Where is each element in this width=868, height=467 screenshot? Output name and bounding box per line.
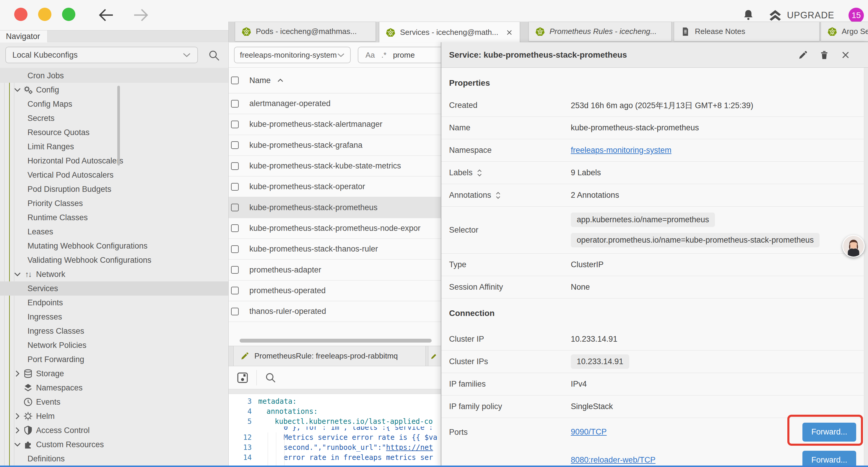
sidebar-item-network-policies[interactable]: Network Policies xyxy=(0,338,228,352)
port-link[interactable]: 8080:reloader-web/TCP xyxy=(571,456,656,465)
sidebar-item-namespaces[interactable]: Namespaces xyxy=(0,381,228,395)
save-button[interactable] xyxy=(236,372,249,384)
chevron-right-icon[interactable] xyxy=(13,426,22,435)
sidebar-item-horizontal-pod-autoscalers[interactable]: Horizontal Pod Autoscalers xyxy=(0,154,228,168)
sidebar-scrollbar[interactable] xyxy=(117,86,120,166)
editor-search-button[interactable] xyxy=(265,372,277,384)
table-row[interactable]: kube-prometheus-stack-operator xyxy=(229,176,441,197)
select-all-checkbox[interactable] xyxy=(231,77,239,84)
navigator-tab[interactable]: Navigator xyxy=(0,30,48,42)
sidebar-item-cron-jobs[interactable]: Cron Jobs xyxy=(0,68,228,83)
list-horizontal-scrollbar[interactable] xyxy=(240,339,432,343)
sidebar-search-icon[interactable] xyxy=(208,49,220,61)
row-checkbox[interactable] xyxy=(231,162,239,170)
chevron-down-icon[interactable] xyxy=(13,440,22,449)
code-segment[interactable]: https://net xyxy=(386,443,433,451)
table-row[interactable]: kube-prometheus-stack-thanos-ruler xyxy=(229,239,441,260)
sidebar-item-port-forwarding[interactable]: Port Forwarding xyxy=(0,352,228,367)
chevron-right-icon[interactable] xyxy=(13,369,22,378)
table-row[interactable]: prometheus-operated xyxy=(229,281,441,301)
edit-service-button[interactable] xyxy=(798,50,808,60)
sidebar-item-resource-quotas[interactable]: Resource Quotas xyxy=(0,125,228,140)
doc-tab[interactable]: Prometheus Rules - icecheng... xyxy=(529,22,672,41)
name-column-header[interactable]: Name xyxy=(249,76,271,85)
notification-count-badge[interactable]: 15 xyxy=(848,8,864,23)
floating-avatar[interactable] xyxy=(842,235,865,258)
sidebar-item-access-control[interactable]: Access Control xyxy=(0,423,228,437)
namespace-filter-select[interactable]: freeleaps-monitoring-system xyxy=(234,47,351,63)
close-window-button[interactable] xyxy=(14,8,28,21)
forward-button[interactable]: Forward... xyxy=(802,423,856,442)
forward-button[interactable] xyxy=(132,6,150,24)
table-row[interactable]: kube-prometheus-stack-prometheus-node-ex… xyxy=(229,218,441,239)
list-search-input[interactable]: Aa .* prome xyxy=(358,47,441,63)
table-row[interactable]: alertmanager-operated xyxy=(229,93,441,114)
chevron-down-icon[interactable] xyxy=(13,270,22,279)
yaml-editor[interactable]: 3metadata:4annotations:5kubectl.kubernet… xyxy=(229,394,441,467)
doc-tab[interactable]: Pods - icecheng@mathmas... xyxy=(235,22,376,41)
sidebar-item-endpoints[interactable]: Endpoints xyxy=(0,296,228,310)
delete-service-button[interactable] xyxy=(819,50,829,60)
upgrade-button[interactable]: UPGRADE xyxy=(769,9,834,21)
row-checkbox[interactable] xyxy=(231,287,239,294)
close-tab-icon[interactable] xyxy=(505,29,513,36)
sidebar-item-config-maps[interactable]: Config Maps xyxy=(0,97,228,111)
sidebar-item-definitions[interactable]: Definitions xyxy=(0,451,228,466)
notifications-bell-icon[interactable] xyxy=(742,9,754,22)
sidebar-item-ingresses[interactable]: Ingresses xyxy=(0,310,228,324)
table-row[interactable]: kube-prometheus-stack-prometheus xyxy=(229,197,441,218)
row-checkbox[interactable] xyxy=(231,308,239,315)
table-row[interactable]: prometheus-adapter xyxy=(229,260,441,280)
row-checkbox[interactable] xyxy=(231,266,239,274)
editor-tab-partial[interactable] xyxy=(428,346,441,366)
sidebar-item-vertical-pod-autoscalers[interactable]: Vertical Pod Autoscalers xyxy=(0,168,228,182)
close-panel-button[interactable] xyxy=(841,50,850,60)
namespace-link[interactable]: freeleaps-monitoring-system xyxy=(571,146,672,155)
sidebar-item-storage[interactable]: Storage xyxy=(0,367,228,381)
sidebar-item-services[interactable]: Services xyxy=(0,282,228,296)
chevron-right-icon[interactable] xyxy=(13,412,22,420)
row-checkbox[interactable] xyxy=(231,121,239,128)
doc-tab[interactable]: Release Notes xyxy=(674,22,819,41)
table-row[interactable]: thanos-ruler-operated xyxy=(229,301,441,322)
table-row[interactable]: kube-prometheus-stack-alertmanager xyxy=(229,114,441,135)
kubeconfig-selector[interactable]: Local Kubeconfigs xyxy=(5,47,198,63)
sidebar-item-validating-webhook-configurations[interactable]: Validating Webhook Configurations xyxy=(0,253,228,267)
editor-tab-prometheusrule[interactable]: PrometheusRule: freeleaps-prod-rabbitmq xyxy=(234,346,426,366)
sidebar-item-network[interactable]: ↑↓Network xyxy=(0,267,228,282)
row-checkbox[interactable] xyxy=(231,183,239,191)
row-checkbox[interactable] xyxy=(231,245,239,253)
table-row[interactable]: kube-prometheus-stack-grafana xyxy=(229,135,441,156)
sidebar-item-custom-resources[interactable]: Custom Resources xyxy=(0,437,228,451)
sidebar-item-leases[interactable]: Leases xyxy=(0,225,228,239)
row-checkbox[interactable] xyxy=(231,224,239,232)
sidebar-item-runtime-classes[interactable]: Runtime Classes xyxy=(0,210,228,225)
sidebar-item-limit-ranges[interactable]: Limit Ranges xyxy=(0,140,228,154)
sort-updown-icon[interactable] xyxy=(495,191,501,200)
match-case-toggle[interactable]: Aa xyxy=(366,51,375,60)
maximize-window-button[interactable] xyxy=(62,8,75,21)
doc-tab[interactable]: Argo Se xyxy=(821,22,868,41)
regex-toggle[interactable]: .* xyxy=(381,51,386,60)
port-link[interactable]: 9090/TCP xyxy=(571,428,607,437)
back-button[interactable] xyxy=(97,6,115,24)
row-checkbox[interactable] xyxy=(231,204,239,211)
row-checkbox[interactable] xyxy=(231,100,239,108)
sidebar-item-events[interactable]: Events xyxy=(0,395,228,409)
chevron-down-icon[interactable] xyxy=(13,85,22,94)
sidebar-item-mutating-webhook-configurations[interactable]: Mutating Webhook Configurations xyxy=(0,239,228,253)
sidebar-item-ingress-classes[interactable]: Ingress Classes xyxy=(0,324,228,338)
sort-updown-icon[interactable] xyxy=(477,169,482,177)
minimize-window-button[interactable] xyxy=(38,8,52,21)
sort-asc-icon[interactable] xyxy=(277,78,284,83)
forward-button[interactable]: Forward... xyxy=(802,451,856,467)
sidebar-item-secrets[interactable]: Secrets xyxy=(0,111,228,125)
row-checkbox[interactable] xyxy=(231,141,239,149)
sidebar-item-config[interactable]: Config xyxy=(0,83,228,97)
editor-scroll-strip[interactable] xyxy=(229,389,441,394)
sidebar-item-helm[interactable]: Helm xyxy=(0,409,228,423)
sidebar-item-priority-classes[interactable]: Priority Classes xyxy=(0,196,228,210)
sidebar-item-pod-disruption-budgets[interactable]: Pod Disruption Budgets xyxy=(0,182,228,196)
doc-tab[interactable]: Services - icecheng@math... xyxy=(379,22,520,42)
table-row[interactable]: kube-prometheus-stack-kube-state-metrics xyxy=(229,156,441,176)
